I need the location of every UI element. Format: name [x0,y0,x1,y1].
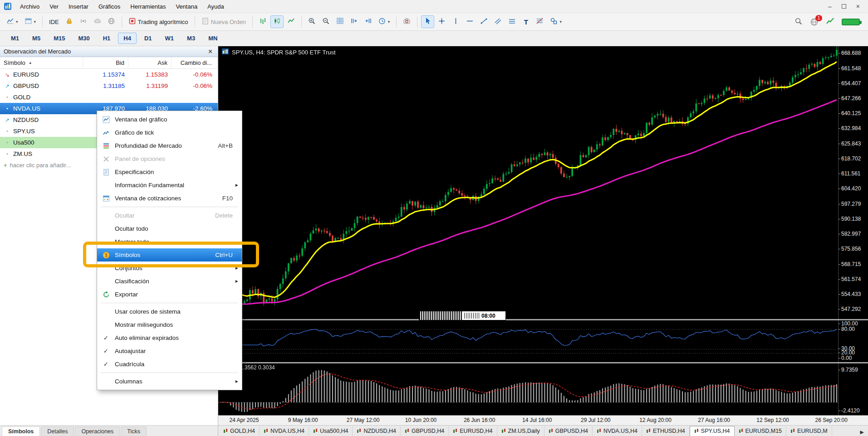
menu-item-auto-eliminar-expirados[interactable]: ✓ Auto eliminar expirados [97,331,242,344]
grid-button[interactable] [333,15,347,28]
menu-ver[interactable]: Ver [45,1,63,12]
column-header-ask[interactable]: Ask [128,57,172,68]
channel-button[interactable] [491,15,505,28]
cursor-button[interactable] [421,15,434,28]
menu-insertar[interactable]: Insertar [64,1,93,12]
notifications-button[interactable]: 1 [810,18,819,26]
timeframe-w1[interactable]: W1 [160,33,180,44]
market-watch-row[interactable]: •GOLD [0,92,218,103]
oscillator-scale[interactable]: 100.00 80.00 30.00 20.00 0.00 [838,320,868,362]
close-icon[interactable]: × [206,48,214,56]
menu-item-grafico-de-tick[interactable]: Gráfico de tick [97,126,242,139]
menu-herramientas[interactable]: Herramientas [126,1,170,12]
menu-item-cuadricula[interactable]: ✓ Cuadrícula [97,358,242,371]
oscillator-canvas[interactable] [218,320,838,362]
market-button[interactable] [63,15,76,28]
macd-scale[interactable]: 9.7359 -2.4120 [838,363,868,415]
shift-chart-button[interactable] [348,15,361,28]
column-header-bid[interactable]: Bid [83,57,128,68]
minimize-button[interactable]: – [828,3,832,10]
menu-graficos[interactable]: Gráficos [94,1,125,12]
chart-tab[interactable]: Usa500,H4 [309,426,353,436]
period-clock-button[interactable]: ▾ [376,15,393,28]
text-tool-button[interactable]: T [520,15,532,28]
chart-tab[interactable]: NZDUSD,H4 [353,426,401,436]
vertical-line-button[interactable] [449,15,462,28]
candlestick-chart-button[interactable] [270,15,284,28]
auto-scroll-button[interactable] [362,15,375,28]
shapes-button[interactable]: ▾ [547,15,564,28]
timeframe-d1[interactable]: D1 [139,33,157,44]
chart-tab[interactable]: GBPUSD,H4 [544,426,593,436]
zoom-in-button[interactable] [305,15,319,28]
horizontal-line-button[interactable] [463,15,476,28]
menu-item-ventana-del-grafico[interactable]: Ventana del gráfico [97,113,242,126]
signals-button[interactable] [77,15,90,28]
chart-tab[interactable]: EURUSD,M [786,426,832,436]
trendline-button[interactable] [477,15,490,28]
crosshair-button[interactable] [435,15,448,28]
menu-item-ventana-de-cotizaciones[interactable]: Ventana de cotizacionesF10 [97,192,242,205]
timeframe-h4[interactable]: H4 [118,33,137,44]
timeframe-mn[interactable]: MN [203,33,223,44]
chart-tab[interactable]: ZM.US,Daily [497,426,544,436]
line-chart-button[interactable] [284,15,298,28]
bar-chart-button[interactable] [256,15,270,28]
new-order-button[interactable]: Nueva Orden [199,15,249,28]
timeframe-m3[interactable]: M3 [181,33,201,44]
equidistant-channel-button[interactable] [505,15,519,28]
timeframe-m5[interactable]: M5 [27,33,46,44]
menu-item-clasificacion[interactable]: Clasificación▶ [97,275,242,288]
ide-button[interactable]: IDE [46,15,62,28]
menu-item-usar-colores-de-sistema[interactable]: Usar colores de sistema [97,305,242,318]
chart-tab-active[interactable]: SPY.US,H4 [690,426,735,436]
timeframe-m15[interactable]: M15 [48,33,70,44]
column-header-symbol[interactable]: Símbolo▲ [0,57,83,68]
chart-tab[interactable]: NVDA.US,H4 [593,426,642,436]
screenshot-button[interactable] [400,15,413,28]
menu-item-simbolos[interactable]: $ SímbolosCtrl+U [97,248,242,262]
menu-item-mostrar-todo[interactable]: Mostrar todo [97,235,242,248]
macd-canvas[interactable] [218,363,838,415]
close-window-button[interactable]: × [856,3,860,10]
tab-detalles[interactable]: Detalles [41,426,74,436]
menu-archivo[interactable]: Archivo [15,1,44,12]
menu-item-columnas[interactable]: Columnas▶ [97,375,242,388]
tab-scroll-right-icon[interactable]: ▶ [856,428,868,436]
algo-trading-button[interactable]: Trading algorítmico [126,15,191,28]
timeframe-m1[interactable]: M1 [5,33,25,44]
macd-pane[interactable]: (,26,9) -1.3562 0.3034 9.7359 -2.4120 [218,363,868,415]
timeframe-h1[interactable]: H1 [98,33,116,44]
chart-tab[interactable]: EURUSD,H4 [449,426,497,436]
price-pane[interactable]: SPY.US, H4: SPDR S&P 500 ETF Trust 08:00… [218,46,868,319]
chart-tab[interactable]: NVDA.US,H4 [260,426,309,436]
oscillator-pane[interactable]: 36.27 100.00 80.00 30.00 20.00 0.00 [218,320,868,362]
menu-item-exportar[interactable]: Exportar [97,288,242,301]
maximize-button[interactable] [842,4,846,9]
zoom-out-button[interactable] [319,15,333,28]
market-watch-row[interactable]: ↘EURUSD 1.15374 1.15383 -0.06% [0,69,218,80]
chart-tab[interactable]: EURUSD,M15 [735,426,787,436]
time-axis[interactable]: 24 Apr 20259 May 16:0027 May 12:0010 Jun… [218,415,868,425]
community-button[interactable] [105,15,118,28]
column-header-change[interactable]: Cambio di... [172,57,218,68]
price-scale[interactable]: 668.688661.548654.407647.266640.125632.9… [838,46,868,319]
fibonacci-button[interactable] [533,15,546,28]
vps-button[interactable] [91,15,104,28]
menu-item-informacion-fundamental[interactable]: Información Fundamental▶ [97,179,242,192]
menu-item-ocultar-todo[interactable]: Ocultar todo [97,222,242,235]
menu-ventana[interactable]: Ventana [171,1,202,12]
menu-item-mostrar-milisegundos[interactable]: Mostrar milisegundos [97,318,242,331]
menu-item-conjuntos[interactable]: Conjuntos▶ [97,262,242,275]
price-chart-canvas[interactable] [218,46,838,319]
new-chart-button[interactable]: ▾ [4,15,21,28]
profiles-button[interactable]: ▾ [22,15,39,28]
chart-tab[interactable]: GBPUSD,H4 [401,426,449,436]
menu-item-autoajustar[interactable]: ✓ Autoajustar [97,344,242,358]
timeframe-m30[interactable]: M30 [73,33,95,44]
menu-item-profundidad-de-mercado[interactable]: Profundidad de MercadoAlt+B [97,139,242,152]
market-watch-row[interactable]: ↗GBPUSD 1.31185 1.31199 -0.06% [0,80,218,92]
tab-operaciones[interactable]: Operaciones [75,426,120,436]
tab-ticks[interactable]: Ticks [121,426,147,436]
chart-tab[interactable]: ETHUSD,H4 [642,426,690,436]
